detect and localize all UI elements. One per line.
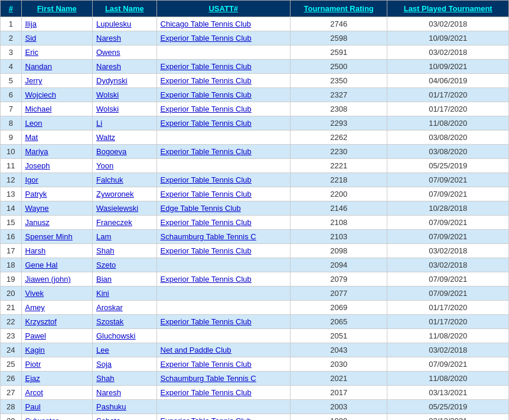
cell-first-name[interactable]: Jerry <box>21 74 93 88</box>
table-row: 18Gene HalSzeto209403/02/2018 <box>1 258 509 272</box>
cell-usatt[interactable]: Experior Table Tennis Club <box>156 74 290 88</box>
col-header-first[interactable]: First Name <box>21 1 93 17</box>
cell-first-name[interactable]: Krzysztof <box>21 315 93 329</box>
cell-first-name[interactable]: Janusz <box>21 216 93 230</box>
col-header-last[interactable]: Last Name <box>93 1 157 17</box>
cell-last-name[interactable]: Bian <box>93 272 157 286</box>
cell-last-name[interactable]: Kini <box>93 286 157 301</box>
cell-last-name[interactable]: Owens <box>93 45 157 60</box>
cell-last-name[interactable]: Lam <box>93 230 157 244</box>
cell-usatt[interactable]: Edge Table Tennis Club <box>156 201 290 216</box>
cell-first-name[interactable]: Spenser Minh <box>21 230 93 244</box>
cell-last-name[interactable]: Szeto <box>93 258 157 272</box>
cell-first-name[interactable]: Kagin <box>21 343 93 357</box>
cell-usatt[interactable]: Experior Table Tennis Club <box>156 414 290 421</box>
cell-usatt[interactable]: Experior Table Tennis Club <box>156 315 290 329</box>
cell-last-name[interactable]: Zyworonek <box>93 187 157 201</box>
cell-first-name[interactable]: Vivek <box>21 286 93 301</box>
cell-last-played: 03/08/2020 <box>387 145 509 159</box>
cell-first-name[interactable]: Ilija <box>21 17 93 31</box>
table-row: 9MatWaltz226203/08/2020 <box>1 131 509 145</box>
cell-last-name[interactable]: Li <box>93 116 157 131</box>
cell-usatt[interactable]: Experior Table Tennis Club <box>156 145 290 159</box>
cell-last-name[interactable]: Bogoeva <box>93 145 157 159</box>
cell-usatt[interactable]: Experior Table Tennis Club <box>156 116 290 131</box>
cell-last-played: 11/08/2020 <box>387 116 509 131</box>
cell-last-name[interactable]: Naresh <box>93 31 157 45</box>
cell-usatt[interactable]: Experior Table Tennis Club <box>156 272 290 286</box>
cell-last-name[interactable]: Shah <box>93 372 157 386</box>
cell-last-played: 10/09/2021 <box>387 60 509 74</box>
cell-usatt[interactable]: Experior Table Tennis Club <box>156 31 290 45</box>
cell-first-name[interactable]: Joseph <box>21 159 93 173</box>
rankings-table: # First Name Last Name USATT# Tournament… <box>0 0 509 420</box>
cell-first-name[interactable]: Wojciech <box>21 88 93 102</box>
cell-first-name[interactable]: Sylwester <box>21 414 93 421</box>
cell-first-name[interactable]: Leon <box>21 116 93 131</box>
cell-last-name[interactable]: Franeczek <box>93 216 157 230</box>
cell-first-name[interactable]: Gene Hal <box>21 258 93 272</box>
cell-last-name[interactable]: Yoon <box>93 159 157 173</box>
cell-last-name[interactable]: Lee <box>93 343 157 357</box>
cell-first-name[interactable]: Michael <box>21 102 93 116</box>
cell-usatt[interactable]: Schaumburg Table Tennis C <box>156 372 290 386</box>
cell-usatt[interactable]: Chicago Table Tennis Club <box>156 17 290 31</box>
cell-first-name[interactable]: Nandan <box>21 60 93 74</box>
cell-rating: 2221 <box>290 159 387 173</box>
cell-first-name[interactable]: Jiawen (john) <box>21 272 93 286</box>
cell-last-name[interactable]: Pashuku <box>93 400 157 414</box>
cell-last-name[interactable]: Szostak <box>93 315 157 329</box>
cell-first-name[interactable]: Eric <box>21 45 93 60</box>
cell-last-name[interactable]: Waltz <box>93 131 157 145</box>
cell-usatt[interactable]: Experior Table Tennis Club <box>156 102 290 116</box>
cell-usatt[interactable]: Net and Paddle Club <box>156 343 290 357</box>
cell-usatt[interactable]: Experior Table Tennis Club <box>156 173 290 187</box>
cell-first-name[interactable]: Mariya <box>21 145 93 159</box>
cell-last-name[interactable]: Wolski <box>93 102 157 116</box>
cell-last-name[interactable]: Aroskar <box>93 301 157 315</box>
cell-last-name[interactable]: Naresh <box>93 60 157 74</box>
cell-rating: 2218 <box>290 173 387 187</box>
cell-rating: 2746 <box>290 17 387 31</box>
cell-first-name[interactable]: Patryk <box>21 187 93 201</box>
cell-usatt[interactable]: Schaumburg Table Tennis C <box>156 230 290 244</box>
table-row: 20VivekKini207707/09/2021 <box>1 286 509 301</box>
cell-last-name[interactable]: Naresh <box>93 386 157 400</box>
cell-usatt[interactable]: Experior Table Tennis Club <box>156 244 290 258</box>
col-header-rating[interactable]: Tournament Rating <box>290 1 387 17</box>
cell-first-name[interactable]: Sid <box>21 31 93 45</box>
cell-usatt[interactable]: Experior Table Tennis Club <box>156 386 290 400</box>
cell-first-name[interactable]: Paul <box>21 400 93 414</box>
cell-last-name[interactable]: Gluchowski <box>93 329 157 343</box>
cell-first-name[interactable]: Mat <box>21 131 93 145</box>
cell-last-name[interactable]: Soja <box>93 357 157 372</box>
cell-last-name[interactable]: Sobota <box>93 414 157 421</box>
cell-first-name[interactable]: Pawel <box>21 329 93 343</box>
cell-usatt[interactable]: Experior Table Tennis Club <box>156 60 290 74</box>
cell-first-name[interactable]: Amey <box>21 301 93 315</box>
cell-num: 15 <box>1 216 22 230</box>
cell-first-name[interactable]: Ejaz <box>21 372 93 386</box>
cell-last-name[interactable]: Wasielewski <box>93 201 157 216</box>
col-header-usatt[interactable]: USATT# <box>156 1 290 17</box>
cell-first-name[interactable]: Wayne <box>21 201 93 216</box>
cell-last-name[interactable]: Wolski <box>93 88 157 102</box>
col-header-num[interactable]: # <box>1 1 22 17</box>
cell-first-name[interactable]: Arcot <box>21 386 93 400</box>
col-header-lastplayed[interactable]: Last Played Tournament <box>387 1 509 17</box>
cell-last-name[interactable]: Falchuk <box>93 173 157 187</box>
cell-first-name[interactable]: Harsh <box>21 244 93 258</box>
cell-usatt <box>156 301 290 315</box>
cell-num: 16 <box>1 230 22 244</box>
cell-last-name[interactable]: Lupulesku <box>93 17 157 31</box>
cell-usatt[interactable]: Experior Table Tennis Club <box>156 216 290 230</box>
cell-num: 18 <box>1 258 22 272</box>
cell-first-name[interactable]: Igor <box>21 173 93 187</box>
cell-last-name[interactable]: Shah <box>93 244 157 258</box>
cell-last-name[interactable]: Dydynski <box>93 74 157 88</box>
cell-usatt[interactable]: Experior Table Tennis Club <box>156 88 290 102</box>
cell-usatt[interactable]: Experior Table Tennis Club <box>156 357 290 372</box>
cell-first-name[interactable]: Piotr <box>21 357 93 372</box>
cell-usatt[interactable]: Experior Table Tennis Club <box>156 187 290 201</box>
cell-last-played: 07/09/2021 <box>387 272 509 286</box>
